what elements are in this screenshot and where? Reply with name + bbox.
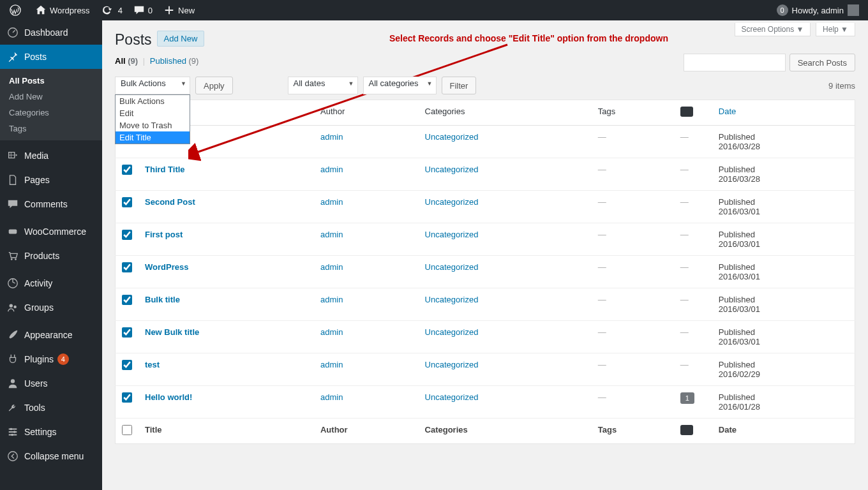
col-date-foot[interactable]: Date bbox=[712, 419, 855, 444]
no-comments: — bbox=[680, 295, 689, 304]
howdy-account[interactable]: 0Howdy, admin bbox=[772, 0, 864, 20]
post-title-link[interactable]: Second Post bbox=[145, 197, 195, 207]
sidebar-item-collapse-menu[interactable]: Collapse menu bbox=[0, 444, 102, 468]
updates-link[interactable]: 4 bbox=[95, 0, 128, 20]
sidebar-subitem-tags[interactable]: Tags bbox=[0, 121, 102, 137]
view-all[interactable]: All (9) bbox=[115, 56, 138, 66]
bulk-option-edit-title[interactable]: Edit Title bbox=[116, 131, 190, 144]
sidebar-item-dashboard[interactable]: Dashboard bbox=[0, 20, 102, 45]
author-link[interactable]: admin bbox=[320, 132, 343, 142]
category-link[interactable]: Uncategorized bbox=[425, 295, 479, 304]
sidebar-item-appearance[interactable]: Appearance bbox=[0, 323, 102, 347]
author-link[interactable]: admin bbox=[320, 295, 343, 304]
sidebar-item-media[interactable]: Media bbox=[0, 144, 102, 168]
avatar bbox=[848, 4, 859, 16]
sidebar-item-posts[interactable]: Posts bbox=[0, 45, 102, 69]
row-checkbox[interactable] bbox=[122, 165, 132, 175]
category-link[interactable]: Uncategorized bbox=[425, 165, 479, 174]
row-checkbox[interactable] bbox=[122, 230, 132, 240]
category-link[interactable]: Uncategorized bbox=[425, 132, 479, 142]
sidebar-subitem-categories[interactable]: Categories bbox=[0, 105, 102, 121]
author-link[interactable]: admin bbox=[320, 165, 343, 174]
category-link[interactable]: Uncategorized bbox=[425, 327, 479, 337]
svg-point-4 bbox=[15, 258, 17, 260]
date-filter-select[interactable]: All dates bbox=[288, 77, 358, 94]
sidebar-item-groups[interactable]: Groups bbox=[0, 295, 102, 320]
category-link[interactable]: Uncategorized bbox=[425, 392, 479, 402]
search-posts-button[interactable]: Search Posts bbox=[789, 54, 855, 71]
help-toggle[interactable]: Help ▼ bbox=[816, 23, 855, 36]
category-link[interactable]: Uncategorized bbox=[425, 360, 479, 369]
sidebar-item-settings[interactable]: Settings bbox=[0, 420, 102, 444]
row-checkbox[interactable] bbox=[122, 295, 132, 305]
comment-icon bbox=[680, 425, 693, 435]
sidebar-item-woocommerce[interactable]: WooCommerce bbox=[0, 219, 102, 244]
view-published[interactable]: Published (9) bbox=[150, 56, 199, 66]
col-author-foot[interactable]: Author bbox=[314, 419, 419, 444]
post-title-link[interactable]: New Bulk title bbox=[145, 327, 199, 337]
sidebar-subitem-all-posts[interactable]: All Posts bbox=[0, 73, 102, 89]
filter-button[interactable]: Filter bbox=[442, 77, 477, 94]
author-link[interactable]: admin bbox=[320, 360, 343, 369]
wrench-icon bbox=[6, 401, 19, 414]
row-checkbox[interactable] bbox=[122, 360, 132, 370]
post-title-link[interactable]: First post bbox=[145, 230, 183, 239]
author-link[interactable]: admin bbox=[320, 327, 343, 337]
bulk-option-move-to-trash[interactable]: Move to Trash bbox=[116, 119, 190, 131]
bulk-option-edit[interactable]: Edit bbox=[116, 107, 190, 119]
table-header-row: Title Author Categories Tags Date bbox=[116, 100, 855, 126]
col-title-foot[interactable]: Title bbox=[138, 419, 314, 444]
post-title-link[interactable]: Third Title bbox=[145, 165, 185, 174]
sidebar-item-pages[interactable]: Pages bbox=[0, 168, 102, 192]
category-link[interactable]: Uncategorized bbox=[425, 262, 479, 272]
col-categories[interactable]: Categories bbox=[419, 100, 592, 126]
row-checkbox[interactable] bbox=[122, 392, 132, 403]
site-name-link[interactable]: Wordpress bbox=[29, 0, 95, 20]
sidebar-item-tools[interactable]: Tools bbox=[0, 396, 102, 420]
search-input[interactable] bbox=[684, 54, 786, 71]
select-all-checkbox-bottom[interactable] bbox=[122, 425, 132, 435]
category-link[interactable]: Uncategorized bbox=[425, 230, 479, 239]
row-checkbox[interactable] bbox=[122, 262, 132, 272]
bulk-option-bulk-actions[interactable]: Bulk Actions bbox=[116, 95, 190, 107]
post-title-link[interactable]: test bbox=[145, 360, 160, 369]
category-filter-select[interactable]: All categories bbox=[363, 77, 437, 94]
post-title-link[interactable]: Bulk title bbox=[145, 295, 180, 304]
table-row: WordPressadminUncategorized——Published20… bbox=[116, 256, 855, 288]
wp-logo[interactable] bbox=[4, 0, 29, 20]
author-link[interactable]: admin bbox=[320, 230, 343, 239]
pin-icon bbox=[6, 50, 19, 63]
comments-link[interactable]: 0 bbox=[128, 0, 158, 20]
author-link[interactable]: admin bbox=[320, 197, 343, 207]
col-comments-foot[interactable] bbox=[674, 419, 712, 444]
screen-options-toggle[interactable]: Screen Options ▼ bbox=[735, 23, 811, 36]
author-link[interactable]: admin bbox=[320, 262, 343, 272]
bulk-actions-select[interactable]: Bulk Actions bbox=[115, 77, 190, 94]
apply-button[interactable]: Apply bbox=[195, 77, 233, 94]
sidebar-item-comments[interactable]: Comments bbox=[0, 192, 102, 216]
post-title-link[interactable]: Hello world! bbox=[145, 392, 192, 402]
author-link[interactable]: admin bbox=[320, 392, 343, 402]
add-new-button[interactable]: Add New bbox=[157, 31, 205, 47]
new-link[interactable]: New bbox=[158, 0, 200, 20]
sidebar-item-activity[interactable]: Activity bbox=[0, 271, 102, 295]
col-categories-foot[interactable]: Categories bbox=[419, 419, 592, 444]
sidebar-subitem-add-new[interactable]: Add New bbox=[0, 89, 102, 105]
comment-count-badge[interactable]: 1 bbox=[680, 392, 694, 404]
category-link[interactable]: Uncategorized bbox=[425, 197, 479, 207]
sidebar-item-users[interactable]: Users bbox=[0, 371, 102, 396]
post-title-link[interactable]: WordPress bbox=[145, 262, 188, 272]
date-status: Published bbox=[719, 262, 755, 272]
col-author[interactable]: Author bbox=[314, 100, 419, 126]
sidebar-item-plugins[interactable]: Plugins4 bbox=[0, 347, 102, 371]
col-date[interactable]: Date bbox=[712, 100, 855, 126]
date-value: 2016/03/28 bbox=[719, 174, 760, 184]
sidebar-item-products[interactable]: Products bbox=[0, 244, 102, 268]
col-tags-foot[interactable]: Tags bbox=[592, 419, 674, 444]
row-checkbox[interactable] bbox=[122, 197, 132, 207]
col-comments[interactable] bbox=[674, 100, 712, 126]
sidebar-item-label: Collapse menu bbox=[24, 451, 84, 461]
col-tags[interactable]: Tags bbox=[592, 100, 674, 126]
updates-count: 4 bbox=[118, 6, 123, 15]
row-checkbox[interactable] bbox=[122, 327, 132, 338]
